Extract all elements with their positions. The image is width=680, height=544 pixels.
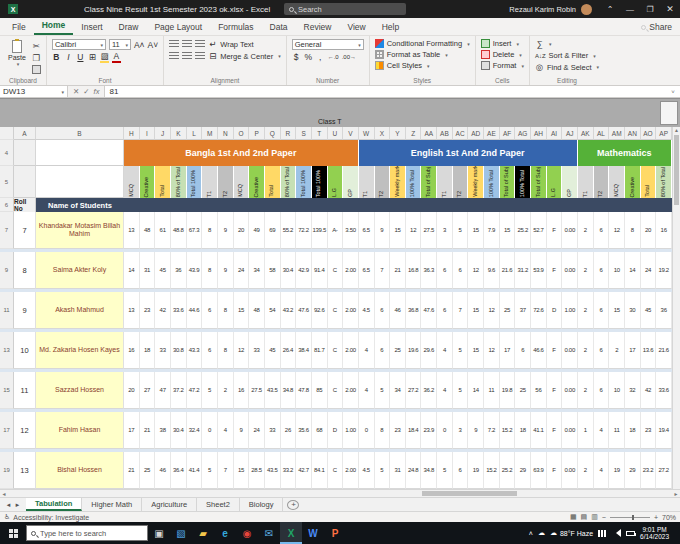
- cell[interactable]: 1: [578, 412, 594, 449]
- cell[interactable]: 33: [265, 412, 281, 449]
- accessibility-status[interactable]: Accessibility: Investigate: [13, 514, 89, 521]
- volume-icon[interactable]: [612, 529, 621, 537]
- merge-center-button[interactable]: ⊟ Merge & Center ▾: [208, 51, 280, 61]
- roll-cell[interactable]: 12: [14, 412, 36, 449]
- row-number[interactable]: 19: [0, 452, 14, 489]
- cell[interactable]: 37: [515, 292, 531, 329]
- underline-button[interactable]: U: [76, 52, 85, 62]
- column-header-r[interactable]: R: [281, 127, 297, 140]
- cell[interactable]: 26.4: [281, 332, 297, 369]
- cell[interactable]: 6: [594, 332, 610, 369]
- share-button[interactable]: Share: [641, 22, 672, 35]
- photos-icon[interactable]: ▧: [170, 522, 192, 544]
- sub-header-total-of-subj[interactable]: Total of Subj: [500, 166, 516, 198]
- cell[interactable]: 2.00: [343, 452, 359, 489]
- cell[interactable]: 19.6: [406, 332, 422, 369]
- band-row-cell-a[interactable]: [14, 140, 36, 166]
- cell[interactable]: 6: [594, 292, 610, 329]
- align-right-icon[interactable]: [195, 52, 205, 60]
- font-color-icon[interactable]: A: [112, 52, 121, 63]
- cell[interactable]: 19.2: [656, 252, 672, 289]
- cell[interactable]: 34.8: [281, 372, 297, 409]
- cell[interactable]: 6: [594, 212, 610, 249]
- cell[interactable]: 47: [155, 372, 171, 409]
- cell[interactable]: 47.6: [421, 292, 437, 329]
- cell[interactable]: 41.4: [187, 452, 203, 489]
- taskbar-search-box[interactable]: Type here to search: [26, 525, 148, 541]
- paste-button[interactable]: Paste ▾: [5, 39, 29, 68]
- cell[interactable]: 19.4: [656, 412, 672, 449]
- cell[interactable]: 25: [515, 372, 531, 409]
- column-header-aj[interactable]: AJ: [562, 127, 578, 140]
- cell[interactable]: 30: [625, 292, 641, 329]
- cell[interactable]: 49: [249, 212, 265, 249]
- user-name[interactable]: Rezaul Karim Robin: [509, 5, 576, 14]
- scroll-right-icon[interactable]: ►: [672, 491, 680, 497]
- sub-header-t2[interactable]: T2: [594, 166, 610, 198]
- cell[interactable]: 12: [484, 292, 500, 329]
- cell[interactable]: 46: [390, 292, 406, 329]
- cell[interactable]: 27.2: [406, 372, 422, 409]
- maximize-button[interactable]: ❐: [640, 0, 660, 18]
- autosum-button[interactable]: ∑▾: [535, 39, 599, 49]
- cell[interactable]: 81.7: [312, 332, 328, 369]
- sub-header-mcq[interactable]: MCQ: [609, 166, 625, 198]
- cell[interactable]: 55.2: [281, 212, 297, 249]
- start-button[interactable]: [0, 522, 26, 544]
- column-header-af[interactable]: AF: [500, 127, 516, 140]
- cell[interactable]: 24.8: [406, 452, 422, 489]
- sheet-tab-tabulation[interactable]: Tabulation: [26, 498, 82, 511]
- row-number[interactable]: 4: [0, 140, 14, 166]
- align-bottom-icon[interactable]: [195, 40, 205, 48]
- cell[interactable]: 47.6: [296, 292, 312, 329]
- new-sheet-button[interactable]: +: [287, 500, 299, 510]
- cell[interactable]: 21: [124, 452, 140, 489]
- cell[interactable]: 6: [515, 332, 531, 369]
- column-header-o[interactable]: O: [234, 127, 250, 140]
- subject-band-mathematics[interactable]: Mathematics: [578, 140, 672, 166]
- cell[interactable]: 33: [155, 332, 171, 369]
- cell[interactable]: F: [547, 252, 563, 289]
- column-header-al[interactable]: AL: [594, 127, 610, 140]
- zoom-level[interactable]: 70%: [662, 514, 676, 521]
- cell[interactable]: 6: [437, 292, 453, 329]
- folder-icon[interactable]: ▰: [192, 522, 214, 544]
- cell[interactable]: 38: [155, 412, 171, 449]
- cell[interactable]: 19: [468, 452, 484, 489]
- task-view-icon[interactable]: ▣: [148, 522, 170, 544]
- roll-cell[interactable]: 9: [14, 292, 36, 329]
- cell[interactable]: 36.3: [421, 252, 437, 289]
- title-search-box[interactable]: Search: [284, 3, 406, 15]
- cell[interactable]: 29: [625, 452, 641, 489]
- sub-header-creative[interactable]: Creative: [249, 166, 265, 198]
- sub-header-t2[interactable]: T2: [375, 166, 391, 198]
- column-header-v[interactable]: V: [343, 127, 359, 140]
- cell[interactable]: 13: [124, 212, 140, 249]
- cell[interactable]: 12: [234, 332, 250, 369]
- format-painter-icon[interactable]: [32, 65, 41, 74]
- select-all-corner[interactable]: [0, 127, 14, 140]
- sub-header-total[interactable]: Total: [265, 166, 281, 198]
- cell[interactable]: 30.8: [171, 332, 187, 369]
- column-header-b[interactable]: B: [36, 127, 124, 140]
- cell[interactable]: 0.00: [562, 452, 578, 489]
- cell[interactable]: 36.8: [406, 292, 422, 329]
- cell[interactable]: 15: [609, 292, 625, 329]
- roll-no-header[interactable]: Roll No: [14, 198, 36, 212]
- cell[interactable]: 2: [609, 332, 625, 369]
- cell[interactable]: 30.4: [171, 412, 187, 449]
- cell[interactable]: 53.9: [531, 252, 547, 289]
- sub-header-total-of-subj[interactable]: Total of Subj: [531, 166, 547, 198]
- cell[interactable]: 12: [609, 212, 625, 249]
- cell[interactable]: 3: [453, 412, 469, 449]
- cell[interactable]: 4: [359, 372, 375, 409]
- cell[interactable]: C: [328, 452, 344, 489]
- row-number[interactable]: 11: [0, 292, 14, 329]
- cell[interactable]: 63.9: [531, 452, 547, 489]
- column-header-s[interactable]: S: [296, 127, 312, 140]
- cell[interactable]: 72.2: [296, 212, 312, 249]
- sub-header-total-100-[interactable]: Total 100%: [312, 166, 328, 198]
- cell[interactable]: 9: [234, 412, 250, 449]
- roll-cell[interactable]: 13: [14, 452, 36, 489]
- battery-icon[interactable]: [626, 531, 635, 536]
